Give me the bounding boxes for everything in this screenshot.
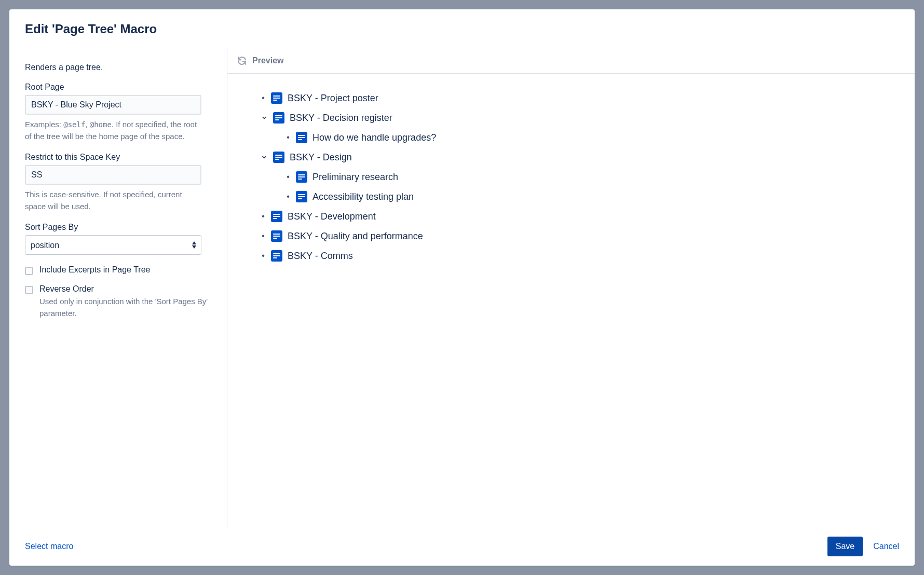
dialog-body: Renders a page tree. Root Page Examples:… — [9, 48, 915, 527]
page-icon — [271, 92, 282, 104]
bullet-icon: • — [261, 93, 266, 103]
page-link[interactable]: BSKY - Quality and performance — [288, 231, 423, 242]
tree-children: •Preliminary research•Accessibility test… — [273, 167, 894, 207]
chevron-down-icon[interactable] — [261, 115, 268, 121]
tree-item: BSKY - Decision register•How do we handl… — [248, 108, 894, 147]
page-link[interactable]: BSKY - Comms — [288, 251, 353, 262]
refresh-icon[interactable] — [237, 56, 247, 66]
settings-panel[interactable]: Renders a page tree. Root Page Examples:… — [9, 48, 227, 527]
root-page-field: Root Page Examples: @self, @home. If not… — [25, 83, 211, 142]
include-excerpts-label: Include Excerpts in Page Tree — [39, 265, 150, 275]
tree-row[interactable]: •BSKY - Comms — [261, 246, 894, 266]
bullet-icon: • — [261, 231, 266, 241]
tree-item: •Accessibility testing plan — [273, 187, 894, 207]
save-button[interactable]: Save — [827, 537, 863, 556]
tree-row[interactable]: •How do we handle upgrades? — [286, 128, 894, 147]
page-icon — [273, 112, 284, 124]
select-macro-link[interactable]: Select macro — [25, 542, 73, 551]
tree-item: •How do we handle upgrades? — [273, 128, 894, 147]
tree-item: BSKY - Design•Preliminary research•Acces… — [248, 147, 894, 207]
preview-header: Preview — [227, 48, 915, 74]
page-link[interactable]: Accessibility testing plan — [312, 191, 414, 202]
page-link[interactable]: How do we handle upgrades? — [312, 132, 436, 143]
reverse-order-label: Reverse Order — [39, 284, 211, 294]
page-icon — [296, 191, 307, 202]
page-icon — [271, 250, 282, 262]
chevron-down-icon[interactable] — [261, 154, 268, 160]
reverse-order-checkbox[interactable] — [25, 286, 33, 294]
macro-description: Renders a page tree. — [25, 63, 211, 72]
sort-by-field: Sort Pages By position — [25, 223, 211, 255]
page-icon — [271, 230, 282, 242]
dialog-title: Edit 'Page Tree' Macro — [25, 22, 899, 36]
preview-panel: Preview •BSKY - Project posterBSKY - Dec… — [227, 48, 915, 527]
tree-item: •BSKY - Project poster — [248, 88, 894, 108]
sort-by-label: Sort Pages By — [25, 223, 211, 232]
page-icon — [296, 132, 307, 143]
reverse-order-help: Used only in conjunction with the 'Sort … — [39, 296, 211, 319]
tree-item: •BSKY - Quality and performance — [248, 226, 894, 246]
tree-row[interactable]: •BSKY - Quality and performance — [261, 226, 894, 246]
root-page-label: Root Page — [25, 83, 211, 92]
tree-row[interactable]: •Preliminary research — [286, 167, 894, 187]
root-page-input[interactable] — [25, 95, 201, 115]
page-link[interactable]: Preliminary research — [312, 172, 398, 183]
include-excerpts-checkbox[interactable] — [25, 267, 33, 275]
space-key-field: Restrict to this Space Key This is case-… — [25, 153, 211, 212]
footer-actions: Save Cancel — [827, 537, 899, 556]
page-icon — [273, 152, 284, 163]
page-tree: •BSKY - Project posterBSKY - Decision re… — [248, 88, 894, 266]
preview-title: Preview — [252, 56, 283, 65]
reverse-order-row[interactable]: Reverse Order Used only in conjunction w… — [25, 284, 211, 319]
page-link[interactable]: BSKY - Project poster — [288, 93, 378, 104]
tree-row[interactable]: BSKY - Design — [261, 147, 894, 167]
page-icon — [296, 171, 307, 183]
tree-item: •BSKY - Development — [248, 207, 894, 226]
tree-item: •BSKY - Comms — [248, 246, 894, 266]
tree-row[interactable]: •Accessibility testing plan — [286, 187, 894, 207]
page-link[interactable]: BSKY - Design — [290, 152, 352, 163]
root-page-help: Examples: @self, @home. If not specified… — [25, 119, 201, 142]
dialog-header: Edit 'Page Tree' Macro — [9, 9, 915, 48]
page-icon — [271, 211, 282, 222]
tree-children: •How do we handle upgrades? — [273, 128, 894, 147]
cancel-button[interactable]: Cancel — [873, 542, 899, 551]
space-key-label: Restrict to this Space Key — [25, 153, 211, 162]
space-key-help: This is case-sensitive. If not specified… — [25, 189, 201, 212]
preview-body: •BSKY - Project posterBSKY - Decision re… — [227, 74, 915, 527]
tree-row[interactable]: BSKY - Decision register — [261, 108, 894, 128]
bullet-icon: • — [286, 133, 291, 142]
sort-by-select[interactable]: position — [25, 235, 201, 255]
dialog-footer: Select macro Save Cancel — [9, 527, 915, 566]
bullet-icon: • — [261, 212, 266, 221]
tree-item: •Preliminary research — [273, 167, 894, 187]
tree-row[interactable]: •BSKY - Development — [261, 207, 894, 226]
bullet-icon: • — [261, 251, 266, 261]
include-excerpts-row[interactable]: Include Excerpts in Page Tree — [25, 265, 211, 275]
page-link[interactable]: BSKY - Development — [288, 211, 376, 222]
page-link[interactable]: BSKY - Decision register — [290, 113, 392, 124]
macro-editor-dialog: Edit 'Page Tree' Macro Renders a page tr… — [9, 9, 915, 566]
space-key-input[interactable] — [25, 165, 201, 185]
tree-row[interactable]: •BSKY - Project poster — [261, 88, 894, 108]
bullet-icon: • — [286, 172, 291, 182]
bullet-icon: • — [286, 192, 291, 201]
